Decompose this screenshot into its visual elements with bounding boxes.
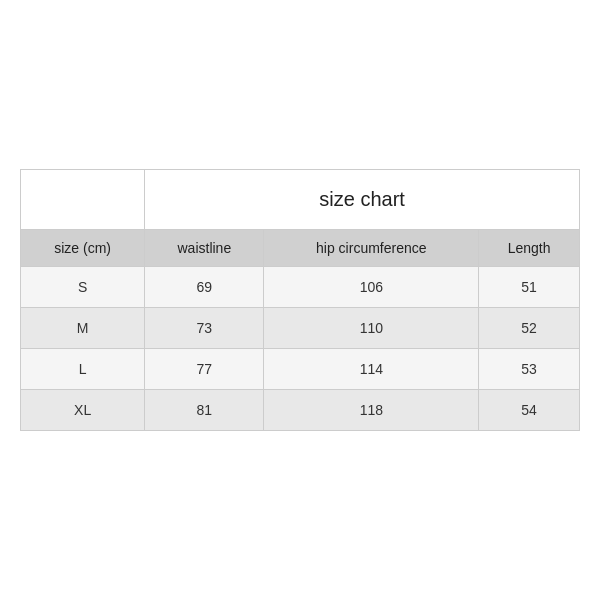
size-chart-table: size chart size (cm) waistline hip circu… [20, 169, 580, 431]
title-empty-cell [21, 170, 145, 230]
waistline-m: 73 [145, 308, 264, 349]
waistline-s: 69 [145, 267, 264, 308]
length-s: 51 [479, 267, 580, 308]
title-row: size chart [21, 170, 580, 230]
hip-s: 106 [264, 267, 479, 308]
size-l: L [21, 349, 145, 390]
waistline-xl: 81 [145, 390, 264, 431]
size-chart-container: size chart size (cm) waistline hip circu… [20, 169, 580, 431]
waistline-l: 77 [145, 349, 264, 390]
header-waistline: waistline [145, 230, 264, 267]
header-length: Length [479, 230, 580, 267]
length-m: 52 [479, 308, 580, 349]
size-xl: XL [21, 390, 145, 431]
header-size: size (cm) [21, 230, 145, 267]
hip-m: 110 [264, 308, 479, 349]
hip-xl: 118 [264, 390, 479, 431]
length-l: 53 [479, 349, 580, 390]
header-hip-circumference: hip circumference [264, 230, 479, 267]
table-row: S 69 106 51 [21, 267, 580, 308]
table-row: XL 81 118 54 [21, 390, 580, 431]
size-s: S [21, 267, 145, 308]
header-row: size (cm) waistline hip circumference Le… [21, 230, 580, 267]
hip-l: 114 [264, 349, 479, 390]
table-row: L 77 114 53 [21, 349, 580, 390]
table-row: M 73 110 52 [21, 308, 580, 349]
chart-title: size chart [145, 170, 580, 230]
length-xl: 54 [479, 390, 580, 431]
size-m: M [21, 308, 145, 349]
